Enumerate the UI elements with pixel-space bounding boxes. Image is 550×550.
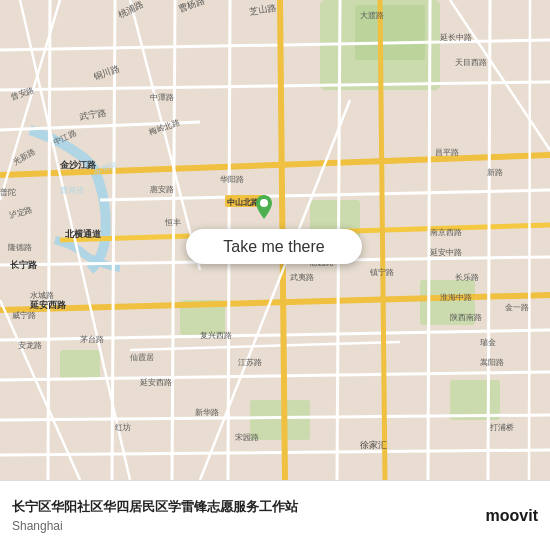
svg-text:延长中路: 延长中路 xyxy=(439,33,472,42)
svg-text:惠安路: 惠安路 xyxy=(149,185,174,194)
svg-text:延安中路: 延安中路 xyxy=(429,248,462,257)
svg-text:复兴西路: 复兴西路 xyxy=(200,331,232,340)
moovit-logo: moovit xyxy=(486,507,538,525)
take-me-there-button[interactable]: Take me there xyxy=(186,229,362,264)
map-container: 桃浦路 曹杨路 芝山路 铜川路 武宁路 梅岭北路 金沙江路 普陀 北横通道 泸定… xyxy=(0,0,550,480)
svg-line-29 xyxy=(428,0,430,480)
svg-text:红坊: 红坊 xyxy=(115,423,131,432)
svg-text:曹河泾: 曹河泾 xyxy=(60,186,84,195)
svg-text:延安西路: 延安西路 xyxy=(29,299,67,310)
bottom-bar: 长宁区华阳社区华四居民区学雷锋志愿服务工作站 Shanghai moovit xyxy=(0,480,550,550)
svg-text:水城路: 水城路 xyxy=(30,291,54,300)
svg-text:茅台路: 茅台路 xyxy=(80,335,104,344)
svg-line-30 xyxy=(488,0,490,480)
svg-text:嵩阳路: 嵩阳路 xyxy=(480,358,504,367)
location-subtitle: Shanghai xyxy=(12,519,486,533)
svg-text:延安西路: 延安西路 xyxy=(139,378,172,387)
svg-text:隆德路: 隆德路 xyxy=(8,243,32,252)
svg-text:新路: 新路 xyxy=(487,168,503,177)
svg-text:长宁路: 长宁路 xyxy=(10,259,38,270)
svg-text:陕西南路: 陕西南路 xyxy=(450,313,482,322)
svg-text:瑞金: 瑞金 xyxy=(480,338,496,347)
moovit-text: moovit xyxy=(486,507,538,525)
svg-text:天目西路: 天目西路 xyxy=(455,58,487,67)
svg-text:宋园路: 宋园路 xyxy=(235,433,259,442)
svg-text:恒丰: 恒丰 xyxy=(164,218,181,227)
svg-text:江苏路: 江苏路 xyxy=(238,358,262,367)
svg-text:中山北路: 中山北路 xyxy=(227,198,260,207)
svg-text:北横通道: 北横通道 xyxy=(64,229,102,239)
svg-text:镇宁路: 镇宁路 xyxy=(369,268,394,277)
svg-text:仙霞居: 仙霞居 xyxy=(130,353,154,362)
svg-text:徐家汇: 徐家汇 xyxy=(360,440,387,450)
svg-text:普陀: 普陀 xyxy=(0,188,16,197)
svg-text:威宁路: 威宁路 xyxy=(12,311,36,320)
svg-text:金沙江路: 金沙江路 xyxy=(59,160,97,170)
location-title: 长宁区华阳社区华四居民区学雷锋志愿服务工作站 xyxy=(12,498,486,516)
svg-text:中潭路: 中潭路 xyxy=(150,93,174,102)
svg-rect-7 xyxy=(250,400,310,440)
svg-text:淮海中路: 淮海中路 xyxy=(440,293,472,302)
svg-text:安龙路: 安龙路 xyxy=(18,341,42,350)
svg-text:长乐路: 长乐路 xyxy=(455,273,479,282)
svg-point-94 xyxy=(260,199,268,207)
svg-rect-8 xyxy=(450,380,500,420)
svg-text:华阳路: 华阳路 xyxy=(220,175,244,184)
svg-text:打浦桥: 打浦桥 xyxy=(489,423,514,432)
svg-line-31 xyxy=(529,0,530,480)
svg-text:南京西路: 南京西路 xyxy=(430,228,462,237)
svg-rect-6 xyxy=(60,350,100,380)
location-info: 长宁区华阳社区华四居民区学雷锋志愿服务工作站 Shanghai xyxy=(12,498,486,532)
svg-text:大渡路: 大渡路 xyxy=(360,11,384,20)
svg-text:武夷路: 武夷路 xyxy=(290,273,314,282)
svg-text:昌平路: 昌平路 xyxy=(435,148,459,157)
svg-text:新华路: 新华路 xyxy=(195,408,219,417)
svg-text:金一路: 金一路 xyxy=(505,303,529,312)
